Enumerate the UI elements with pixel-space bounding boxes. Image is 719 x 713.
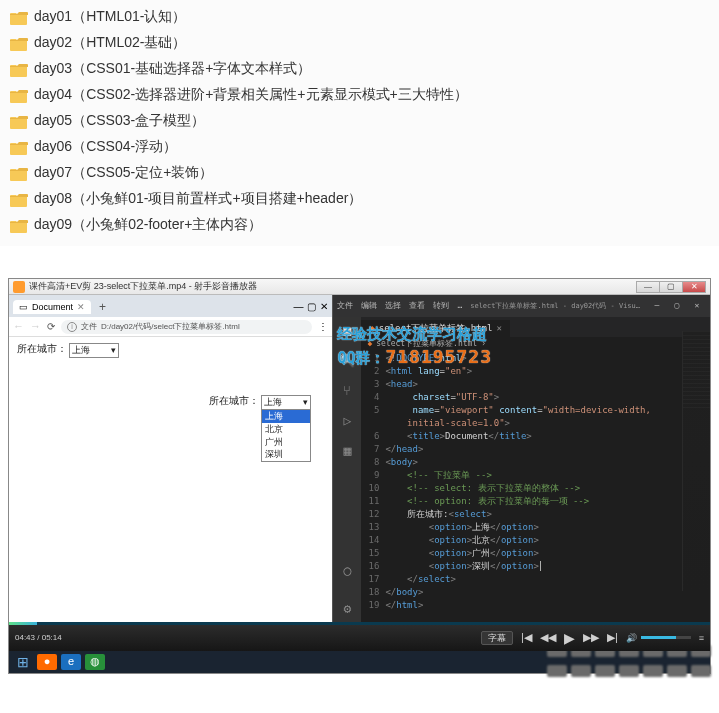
menu-go[interactable]: 转到	[433, 301, 449, 311]
subtitle-button[interactable]: 字幕	[481, 631, 513, 646]
folder-icon	[10, 10, 28, 25]
gear-icon[interactable]: ⚙	[339, 601, 355, 617]
taskbar-app-firefox[interactable]: ●	[37, 654, 57, 670]
html-file-icon: ◆	[367, 339, 372, 349]
folder-label: day05（CSS03-盒子模型）	[34, 112, 205, 130]
volume-control: 🔊	[626, 633, 691, 644]
folder-item[interactable]: day09（小兔鲜02-footer+主体内容）	[8, 212, 711, 238]
address-bar[interactable]: i 文件 D:/day02/代码/select下拉菜单标签.html	[61, 320, 312, 334]
folder-icon	[10, 88, 28, 103]
vscode-min-icon[interactable]: —	[648, 301, 666, 311]
select-option[interactable]: 北京	[262, 423, 310, 436]
explorer-icon[interactable]: ▤	[339, 323, 355, 339]
player-titlebar[interactable]: 课件高清+EV剪 23-select下拉菜单.mp4 - 射手影音播放器 — ▢…	[9, 279, 710, 295]
folder-item[interactable]: day01（HTML01-认知）	[8, 4, 711, 30]
city-select-open[interactable]: 上海 ▾	[261, 395, 311, 410]
close-button[interactable]: ✕	[682, 281, 706, 293]
volume-slider[interactable]	[641, 636, 691, 639]
page-icon: ▭	[19, 302, 28, 313]
browser-menu-icon[interactable]: ⋮	[318, 321, 328, 333]
start-button[interactable]: ⊞	[13, 654, 33, 670]
time-display: 04:43 / 05:14	[15, 633, 62, 643]
playlist-button[interactable]: ≡	[699, 633, 704, 644]
browser-min-icon[interactable]: —	[293, 301, 303, 313]
search-icon[interactable]: 🔍	[339, 353, 355, 369]
folder-icon	[10, 36, 28, 51]
folder-item[interactable]: day08（小兔鲜01-项目前置样式+项目搭建+header）	[8, 186, 711, 212]
select-option[interactable]: 上海	[262, 410, 310, 423]
back-button[interactable]: ←	[13, 320, 24, 333]
speaker-icon[interactable]: 🔊	[626, 633, 637, 644]
minimap[interactable]	[682, 331, 710, 591]
new-tab-button[interactable]: +	[95, 300, 110, 314]
prev-button[interactable]: |◀	[521, 631, 532, 644]
maximize-button[interactable]: ▢	[659, 281, 683, 293]
menu-file[interactable]: 文件	[337, 301, 353, 311]
select-value: 上海	[72, 345, 90, 356]
browser-tab[interactable]: ▭ Document ✕	[13, 300, 91, 315]
folder-label: day06（CSS04-浮动）	[34, 138, 177, 156]
window-buttons: — ▢ ✕	[637, 281, 706, 293]
folder-label: day09（小兔鲜02-footer+主体内容）	[34, 216, 262, 234]
select-value: 上海	[264, 397, 282, 408]
taskbar-app-edge[interactable]: e	[61, 654, 81, 670]
menu-edit[interactable]: 编辑	[361, 301, 377, 311]
vscode-max-icon[interactable]: ▢	[668, 301, 686, 311]
select-option[interactable]: 深圳	[262, 448, 310, 461]
field-label: 所在城市：	[17, 343, 67, 355]
next-button[interactable]: ▶|	[607, 631, 618, 644]
folder-item[interactable]: day06（CSS04-浮动）	[8, 134, 711, 160]
taskbar-app-chrome[interactable]: ◍	[85, 654, 105, 670]
minimize-button[interactable]: —	[636, 281, 660, 293]
editor-tabs: ◆ select下拉菜单标签.html ✕	[361, 317, 710, 337]
vscode-menu: 文件 编辑 选择 查看 转到 …	[337, 301, 462, 311]
forward-button[interactable]: ▶▶	[583, 631, 599, 644]
url-text: D:/day02/代码/select下拉菜单标签.html	[101, 322, 240, 332]
menu-more[interactable]: …	[457, 301, 462, 311]
forward-button[interactable]: →	[30, 320, 41, 333]
breadcrumbs[interactable]: ◆ select下拉菜单标签.html ›	[361, 337, 710, 351]
chevron-down-icon: ▾	[303, 397, 308, 408]
vscode-close-icon[interactable]: ✕	[688, 301, 706, 311]
progress-bar[interactable]	[9, 622, 710, 625]
folder-icon	[10, 192, 28, 207]
browser-max-icon[interactable]: ▢	[307, 301, 316, 313]
browser-pane: ▭ Document ✕ + — ▢ ✕ ← → ⟳ i 文件 D:/day02…	[9, 295, 333, 625]
source-control-icon[interactable]: ⑂	[339, 383, 355, 399]
folder-label: day03（CSS01-基础选择器+字体文本样式）	[34, 60, 311, 78]
player-window: 课件高清+EV剪 23-select下拉菜单.mp4 - 射手影音播放器 — ▢…	[8, 278, 711, 674]
play-button[interactable]: ▶	[564, 630, 575, 647]
folder-item[interactable]: day07（CSS05-定位+装饰）	[8, 160, 711, 186]
tab-close-icon[interactable]: ✕	[77, 302, 85, 313]
select-dropdown: 上海 北京 广州 深圳	[261, 409, 311, 462]
folder-list: day01（HTML01-认知） day02（HTML02-基础） day03（…	[0, 0, 719, 246]
browser-close-icon[interactable]: ✕	[320, 301, 328, 313]
reload-button[interactable]: ⟳	[47, 321, 55, 333]
folder-icon	[10, 62, 28, 77]
chevron-right-icon: ›	[481, 339, 486, 349]
city-field-center: 所在城市： 上海 ▾ 上海 北京 广州 深圳	[209, 395, 311, 410]
folder-icon	[10, 166, 28, 181]
extensions-icon[interactable]: ▦	[339, 443, 355, 459]
debug-icon[interactable]: ▷	[339, 413, 355, 429]
account-icon[interactable]: ◯	[339, 563, 355, 579]
code-editor[interactable]: 12345678910111213141516171819 <!DOCTYPE …	[361, 351, 710, 625]
site-info-icon[interactable]: i	[67, 322, 77, 332]
menu-select[interactable]: 选择	[385, 301, 401, 311]
city-select[interactable]: 上海 ▾	[69, 343, 119, 358]
tab-close-icon[interactable]: ✕	[496, 323, 501, 334]
folder-label: day01（HTML01-认知）	[34, 8, 187, 26]
player-app-icon	[13, 281, 25, 293]
folder-icon	[10, 140, 28, 155]
editor-tab[interactable]: ◆ select下拉菜单标签.html ✕	[361, 320, 509, 337]
rewind-button[interactable]: ◀◀	[540, 631, 556, 644]
menu-view[interactable]: 查看	[409, 301, 425, 311]
folder-item[interactable]: day05（CSS03-盒子模型）	[8, 108, 711, 134]
select-option[interactable]: 广州	[262, 436, 310, 449]
folder-item[interactable]: day04（CSS02-选择器进阶+背景相关属性+元素显示模式+三大特性）	[8, 82, 711, 108]
vscode-titlebar: 文件 编辑 选择 查看 转到 … select下拉菜单标签.html - day…	[333, 295, 710, 317]
video-content: ▭ Document ✕ + — ▢ ✕ ← → ⟳ i 文件 D:/day02…	[9, 295, 710, 625]
folder-item[interactable]: day03（CSS01-基础选择器+字体文本样式）	[8, 56, 711, 82]
folder-item[interactable]: day02（HTML02-基础）	[8, 30, 711, 56]
folder-label: day07（CSS05-定位+装饰）	[34, 164, 213, 182]
